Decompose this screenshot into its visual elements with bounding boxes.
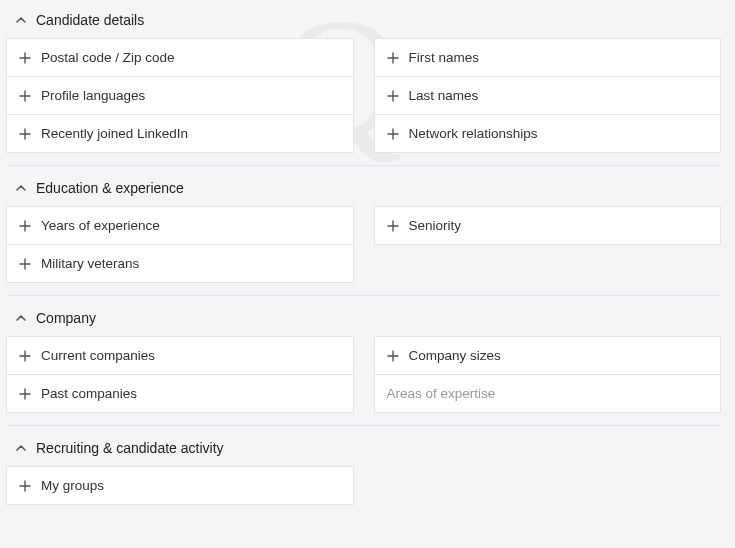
filter-recently-joined-linkedin[interactable]: Recently joined LinkedIn: [6, 114, 354, 153]
filter-label: Network relationships: [409, 126, 538, 141]
plus-icon: [387, 128, 399, 140]
filter-years-of-experience[interactable]: Years of experience: [6, 206, 354, 244]
filter-label: Years of experience: [41, 218, 160, 233]
section-columns: Years of experience Military veterans Se…: [6, 206, 721, 283]
column-left: Current companies Past companies: [6, 336, 354, 413]
plus-icon: [387, 52, 399, 64]
filter-current-companies[interactable]: Current companies: [6, 336, 354, 374]
filter-label: Profile languages: [41, 88, 145, 103]
section-header-education-experience[interactable]: Education & experience: [6, 166, 721, 206]
filter-label: First names: [409, 50, 480, 65]
plus-icon: [387, 220, 399, 232]
plus-icon: [19, 480, 31, 492]
section-title: Recruiting & candidate activity: [36, 440, 224, 456]
section-header-recruiting-activity[interactable]: Recruiting & candidate activity: [6, 426, 721, 466]
filter-past-companies[interactable]: Past companies: [6, 374, 354, 413]
filter-military-veterans[interactable]: Military veterans: [6, 244, 354, 283]
filter-profile-languages[interactable]: Profile languages: [6, 76, 354, 114]
input-placeholder: Areas of expertise: [387, 386, 496, 401]
filter-my-groups[interactable]: My groups: [6, 466, 354, 505]
section-company: Company Current companies Past companies…: [6, 296, 721, 413]
filter-label: Seniority: [409, 218, 462, 233]
filter-label: Company sizes: [409, 348, 501, 363]
plus-icon: [19, 52, 31, 64]
section-header-candidate-details[interactable]: Candidate details: [6, 0, 721, 38]
filter-postal-code[interactable]: Postal code / Zip code: [6, 38, 354, 76]
column-left: My groups: [6, 466, 354, 505]
section-title: Company: [36, 310, 96, 326]
chevron-up-icon: [14, 441, 28, 455]
section-candidate-details: Candidate details Postal code / Zip code…: [6, 0, 721, 153]
section-columns: My groups: [6, 466, 721, 505]
plus-icon: [387, 90, 399, 102]
section-title: Education & experience: [36, 180, 184, 196]
column-right: First names Last names Network relations…: [374, 38, 722, 153]
section-columns: Current companies Past companies Company…: [6, 336, 721, 413]
column-left: Years of experience Military veterans: [6, 206, 354, 283]
filter-label: Postal code / Zip code: [41, 50, 175, 65]
filter-label: My groups: [41, 478, 104, 493]
plus-icon: [19, 388, 31, 400]
chevron-up-icon: [14, 311, 28, 325]
filter-seniority[interactable]: Seniority: [374, 206, 722, 245]
chevron-up-icon: [14, 13, 28, 27]
plus-icon: [19, 220, 31, 232]
section-education-experience: Education & experience Years of experien…: [6, 166, 721, 283]
filter-label: Recently joined LinkedIn: [41, 126, 188, 141]
filter-label: Past companies: [41, 386, 137, 401]
plus-icon: [19, 350, 31, 362]
section-header-company[interactable]: Company: [6, 296, 721, 336]
section-recruiting-activity: Recruiting & candidate activity My group…: [6, 426, 721, 505]
filter-first-names[interactable]: First names: [374, 38, 722, 76]
section-title: Candidate details: [36, 12, 144, 28]
section-columns: Postal code / Zip code Profile languages…: [6, 38, 721, 153]
filters-panel: Candidate details Postal code / Zip code…: [0, 0, 735, 505]
column-left: Postal code / Zip code Profile languages…: [6, 38, 354, 153]
filter-label: Current companies: [41, 348, 155, 363]
plus-icon: [387, 350, 399, 362]
column-right: [374, 466, 722, 505]
filter-network-relationships[interactable]: Network relationships: [374, 114, 722, 153]
filter-last-names[interactable]: Last names: [374, 76, 722, 114]
plus-icon: [19, 128, 31, 140]
filter-label: Last names: [409, 88, 479, 103]
filter-company-sizes[interactable]: Company sizes: [374, 336, 722, 374]
chevron-up-icon: [14, 181, 28, 195]
column-right: Seniority: [374, 206, 722, 283]
areas-of-expertise-input[interactable]: Areas of expertise: [374, 374, 722, 413]
plus-icon: [19, 258, 31, 270]
filter-label: Military veterans: [41, 256, 139, 271]
plus-icon: [19, 90, 31, 102]
column-right: Company sizes Areas of expertise: [374, 336, 722, 413]
